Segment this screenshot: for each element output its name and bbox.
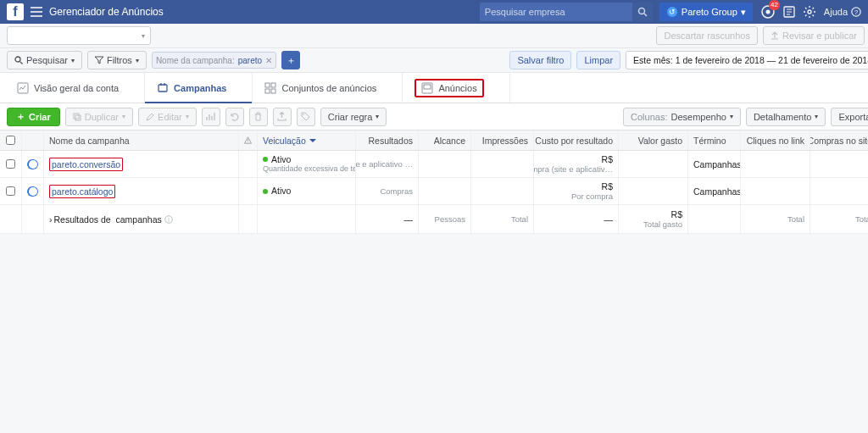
- search-icon[interactable]: [632, 3, 653, 21]
- filter-chip-campaign-name[interactable]: Nome da campanha: pareto ✕: [152, 52, 276, 69]
- cpr-cell: R$Por compra (site e aplicativ…: [534, 151, 619, 177]
- svg-point-6: [808, 10, 811, 14]
- stats-icon-button[interactable]: [202, 108, 220, 126]
- create-rule-button[interactable]: Criar regra▾: [320, 108, 387, 126]
- th-amount-spent[interactable]: Valor gasto: [619, 130, 688, 150]
- results-cell: Compra (site e aplicativo …: [356, 151, 419, 177]
- delivery-cell: Ativo: [258, 178, 356, 204]
- row-checkbox[interactable]: [0, 151, 22, 177]
- delivery-cell: Ativo Quantidade excessiva de texto na i…: [258, 151, 356, 177]
- business-search-input[interactable]: [480, 7, 632, 17]
- tag-icon-button[interactable]: [297, 108, 315, 126]
- chevron-down-icon: ▾: [741, 7, 746, 18]
- th-site-purchases[interactable]: Compras no site: [810, 130, 868, 150]
- th-checkbox[interactable]: [0, 130, 22, 150]
- business-search[interactable]: [480, 3, 653, 21]
- site-cell: [810, 151, 868, 177]
- footer-cpr: —: [534, 205, 619, 233]
- level-tabs: Visão geral da conta Campanhas Conjuntos…: [0, 73, 868, 103]
- campaign-name-cell[interactable]: pareto.conversão: [44, 151, 239, 177]
- account-switcher[interactable]: ↺ Pareto Group ▾: [659, 3, 753, 21]
- svg-point-21: [303, 114, 304, 115]
- th-campaign-name[interactable]: Nome da campanha: [44, 130, 239, 150]
- table-body: pareto.conversão Ativo Quantidade excess…: [0, 151, 868, 234]
- breakdown-selector[interactable]: Detalhamento▾: [746, 108, 826, 126]
- create-button[interactable]: ＋ Criar: [7, 108, 60, 126]
- discard-drafts-button[interactable]: Descartar rascunhos: [656, 26, 758, 45]
- filter-bar: Pesquisar▾ Filtros▾ Nome da campanha: pa…: [0, 47, 868, 73]
- footer-reach: Pessoas: [419, 205, 471, 233]
- delete-icon-button[interactable]: [249, 108, 268, 126]
- footer-clicks: Total: [741, 205, 810, 233]
- chart-icon: [206, 112, 215, 121]
- chip-remove-icon[interactable]: ✕: [265, 56, 272, 65]
- warning-icon: [244, 136, 252, 145]
- tab-campaigns[interactable]: Campanhas: [145, 73, 253, 103]
- svg-rect-15: [265, 89, 270, 93]
- row-toggle[interactable]: [22, 151, 44, 177]
- impressions-cell: [471, 178, 534, 204]
- row-toggle[interactable]: [22, 178, 44, 204]
- ads-icon: [421, 82, 433, 94]
- revert-icon: [230, 112, 239, 121]
- end-cell: Campanhas co…: [688, 151, 741, 177]
- export-icon-button[interactable]: [273, 108, 292, 126]
- th-results[interactable]: Resultados: [356, 130, 419, 150]
- info-icon: i: [164, 215, 173, 224]
- search-button[interactable]: Pesquisar▾: [7, 51, 82, 69]
- cpr-cell: R$Por compra: [534, 178, 619, 204]
- edit-button[interactable]: Editar▾: [138, 108, 197, 126]
- tab-account-overview[interactable]: Visão geral da conta: [5, 73, 145, 103]
- save-filter-button[interactable]: Salvar filtro: [509, 51, 571, 69]
- svg-rect-12: [159, 85, 167, 92]
- facebook-logo[interactable]: f: [7, 3, 24, 20]
- svg-text:↺: ↺: [669, 8, 676, 16]
- export-selector[interactable]: Exportar▾: [831, 108, 868, 126]
- menu-icon[interactable]: [31, 7, 42, 17]
- account-name: Pareto Group: [682, 7, 737, 17]
- duplicate-icon: [73, 113, 81, 121]
- ad-account-dropdown[interactable]: ▾: [7, 26, 151, 45]
- svg-rect-16: [271, 89, 275, 93]
- table-header: Nome da campanha Veiculação Resultados A…: [0, 130, 868, 151]
- row-warning: [239, 178, 258, 204]
- end-cell: Campanhas co…: [688, 178, 741, 204]
- svg-rect-11: [18, 83, 28, 93]
- reach-cell: [419, 151, 471, 177]
- review-publish-button[interactable]: Revisar e publicar: [763, 26, 865, 45]
- th-warning[interactable]: [239, 130, 258, 150]
- columns-selector[interactable]: Colunas: Desempenho▾: [623, 108, 741, 126]
- tab-ads[interactable]: Anúncios: [403, 73, 509, 103]
- notifications-icon[interactable]: 42: [761, 5, 775, 19]
- table-footer: › Resultados de campanhas i — Pessoas To…: [0, 205, 868, 234]
- tab-adsets[interactable]: Conjuntos de anúncios: [253, 73, 403, 103]
- topbar: f Gerenciador de Anúncios ↺ Pareto Group…: [0, 0, 868, 24]
- th-end[interactable]: Término: [688, 130, 741, 150]
- date-range-picker[interactable]: Este mês: 1 de fevereiro de 2018 — 21 de…: [626, 51, 868, 69]
- th-delivery[interactable]: Veiculação: [258, 130, 356, 150]
- th-cost-per-result[interactable]: Custo por resultado: [534, 130, 619, 150]
- svg-point-4: [765, 10, 770, 14]
- footer-spent: R$Total gasto: [619, 205, 688, 233]
- help-link[interactable]: Ajuda ?: [824, 7, 861, 17]
- row-checkbox[interactable]: [0, 178, 22, 204]
- svg-rect-19: [74, 114, 79, 119]
- settings-icon[interactable]: [804, 6, 815, 18]
- table-row: pareto.catálogo Ativo Compras R$Por comp…: [0, 178, 868, 205]
- th-impressions[interactable]: Impressões: [471, 130, 534, 150]
- spent-cell: [619, 151, 688, 177]
- notif-badge: 42: [769, 0, 780, 10]
- adsets-icon: [264, 82, 276, 94]
- revert-icon-button[interactable]: [225, 108, 244, 126]
- impressions-cell: [471, 151, 534, 177]
- footer-summary-label: › Resultados de campanhas i: [44, 205, 239, 233]
- th-link-clicks[interactable]: Cliques no link: [741, 130, 810, 150]
- duplicate-button[interactable]: Duplicar▾: [65, 108, 133, 126]
- results-cell: Compras: [356, 178, 419, 204]
- add-filter-button[interactable]: ＋: [281, 51, 300, 69]
- th-reach[interactable]: Alcance: [419, 130, 471, 150]
- clear-filter-button[interactable]: Limpar: [576, 51, 620, 69]
- campaign-name-cell[interactable]: pareto.catálogo: [44, 178, 239, 204]
- filters-button[interactable]: Filtros▾: [87, 51, 147, 69]
- quick-help-icon[interactable]: [783, 6, 795, 18]
